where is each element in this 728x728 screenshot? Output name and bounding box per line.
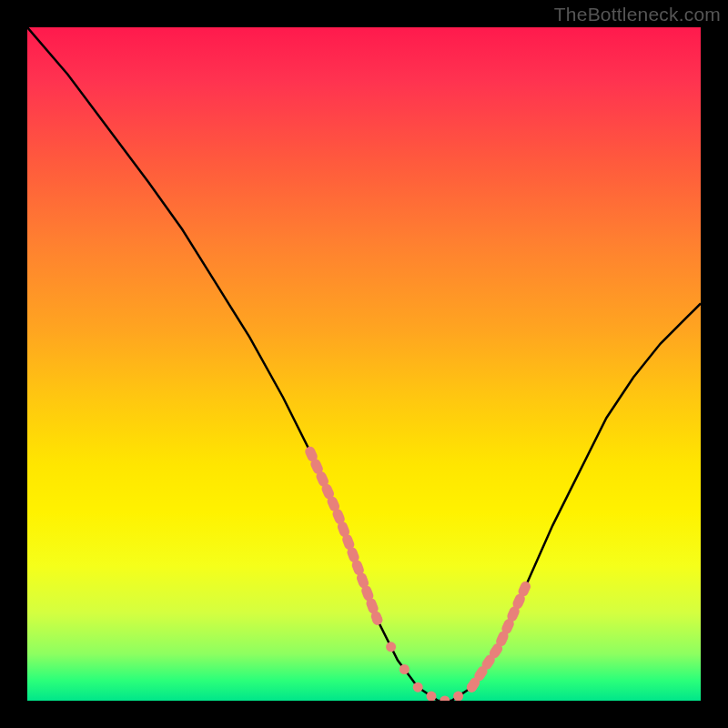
highlight-dot: [386, 642, 396, 652]
highlight-dot: [399, 664, 410, 674]
curve-svg: [27, 27, 701, 701]
highlight-dot: [440, 696, 450, 702]
bottleneck-curve-line: [27, 27, 701, 701]
highlight-dot: [372, 615, 382, 625]
highlight-segment: [471, 586, 525, 687]
highlight-dot: [467, 682, 477, 693]
highlight-dot: [413, 682, 423, 693]
watermark-text: TheBottleneck.com: [554, 4, 721, 25]
highlight-segment: [310, 451, 378, 620]
chart-plot-area: [27, 27, 701, 701]
